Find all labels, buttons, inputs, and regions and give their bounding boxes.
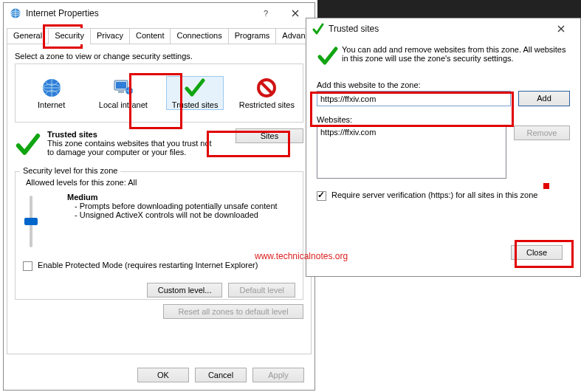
checkmark-icon (312, 23, 324, 35)
default-level-button[interactable]: Default level (228, 283, 295, 298)
zone-local-intranet[interactable]: Local intranet (94, 77, 152, 109)
security-level-group: Security level for this zone Allowed lev… (15, 171, 303, 300)
dialog1-buttons: OK Cancel Apply (4, 368, 314, 382)
background-dark-strip (317, 0, 581, 18)
checkmark-icon (182, 77, 208, 99)
no-entry-icon (253, 77, 280, 99)
level-name: Medium (67, 193, 295, 202)
dialog2-title: Trusted sites (329, 24, 545, 34)
require-https-checkbox[interactable] (317, 191, 326, 201)
banner-text: You can add and remove websites from thi… (342, 45, 570, 67)
checkmark-icon (317, 45, 342, 67)
protected-mode-checkbox[interactable] (23, 261, 32, 271)
zone-label: Local intranet (99, 100, 148, 109)
remove-button[interactable]: Remove (514, 125, 570, 140)
close-button[interactable]: Close (511, 245, 563, 260)
svg-rect-6 (118, 91, 124, 93)
custom-level-button[interactable]: Custom level... (147, 283, 223, 298)
tab-programs[interactable]: Programs (228, 28, 277, 44)
add-website-label: Add this website to the zone: (317, 80, 570, 89)
add-button[interactable]: Add (518, 91, 570, 106)
security-level-slider[interactable] (24, 218, 38, 225)
tab-content[interactable]: Content (129, 28, 171, 44)
tabstrip: General Security Privacy Content Connect… (7, 28, 312, 44)
annotation-dot (543, 183, 549, 189)
tab-security[interactable]: Security (48, 28, 91, 44)
group-legend: Security level for this zone (20, 166, 120, 175)
zone-selector: Internet Local intranet Trusted sites Re… (15, 63, 303, 123)
apply-button[interactable]: Apply (252, 368, 304, 382)
zone-label: Internet (38, 100, 65, 109)
trusted-description: This zone contains websites that you tru… (47, 139, 217, 157)
zone-label: Trusted sites (172, 100, 219, 109)
allowed-levels-label: Allowed levels for this zone: All (26, 178, 295, 187)
tab-general[interactable]: General (7, 28, 49, 44)
zone-restricted-sites[interactable]: Restricted sites (238, 77, 295, 109)
security-tab-panel: Select a zone to view or change security… (7, 44, 312, 354)
tab-privacy[interactable]: Privacy (90, 28, 130, 44)
zone-label: Restricted sites (239, 100, 295, 109)
watermark-text: www.technicalnotes.org (255, 251, 348, 261)
close-button-dialog2[interactable] (545, 18, 577, 39)
protected-mode-label: Enable Protected Mode (requires restarti… (38, 261, 258, 269)
require-https-label: Require server verification (https:) for… (331, 190, 537, 199)
zone-trusted-sites[interactable]: Trusted sites (166, 76, 224, 110)
internet-options-icon (10, 7, 21, 19)
trusted-heading: Trusted sites (47, 130, 217, 139)
globe-icon (38, 77, 65, 99)
level-bullet: - Prompts before downloading potentially… (75, 202, 295, 210)
dialog1-title: Internet Properties (26, 8, 252, 18)
list-item[interactable]: https://ffxiv.com (320, 128, 503, 137)
zone-internet[interactable]: Internet (23, 77, 80, 109)
websites-label: Websites: (317, 115, 570, 124)
help-button[interactable]: ? (252, 3, 279, 24)
zone-prompt-label: Select a zone to view or change security… (15, 52, 303, 61)
add-website-input[interactable] (317, 91, 511, 106)
dialog2-titlebar[interactable]: Trusted sites (306, 18, 580, 39)
svg-rect-5 (116, 82, 126, 89)
cancel-button[interactable]: Cancel (195, 368, 247, 382)
websites-listbox[interactable]: https://ffxiv.com (317, 125, 506, 179)
dialog1-titlebar[interactable]: Internet Properties ? (4, 3, 314, 24)
trusted-sites-dialog: Trusted sites You can add and remove web… (306, 18, 581, 277)
sites-button[interactable]: Sites (236, 128, 303, 143)
ok-button[interactable]: OK (137, 368, 189, 382)
level-bullet: - Unsigned ActiveX controls will not be … (75, 210, 295, 219)
reset-zones-button[interactable]: Reset all zones to default level (163, 304, 303, 319)
internet-properties-dialog: Internet Properties ? General Security P… (3, 2, 315, 391)
computer-icon (110, 77, 137, 99)
tab-connections[interactable]: Connections (170, 28, 228, 44)
checkmark-icon (15, 131, 41, 158)
